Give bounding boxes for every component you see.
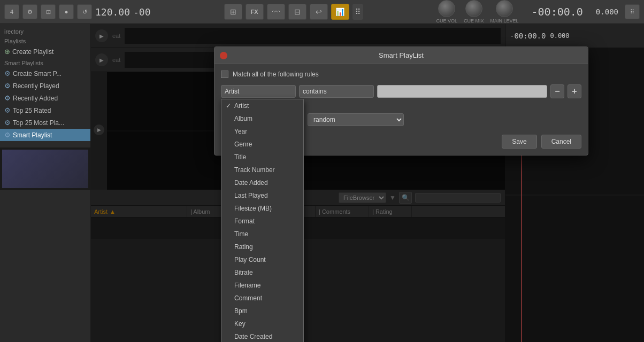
dropdown-time[interactable]: Time — [221, 228, 303, 240]
right-time-ms: 0.000 — [550, 32, 569, 40]
smart-playlist-label: Smart Playlist — [13, 131, 52, 139]
time-ms: 0.000 — [596, 7, 618, 16]
dropdown-title[interactable]: Title — [221, 151, 303, 164]
dialog-overlay: Smart PlayList Match all of the followin… — [91, 24, 505, 342]
add-rule-btn[interactable]: + — [568, 84, 581, 98]
field-select[interactable]: Artist — [221, 85, 296, 98]
remove-rule-btn[interactable]: − — [550, 84, 564, 98]
field-select-wrapper: Artist Artist Album Year Genre Title Tra… — [221, 85, 296, 98]
recently-played-label: Recently Played — [13, 82, 59, 90]
top25-rated-label: Top 25 Rated — [13, 107, 51, 114]
directory-label: irectory — [0, 26, 90, 36]
crop-btn[interactable]: ⊡ — [41, 4, 56, 19]
top25-rated-icon: ⚙ — [4, 106, 11, 114]
condition-select[interactable]: contains — [299, 85, 374, 98]
dropdown-last-played[interactable]: Last Played — [221, 189, 303, 202]
dropdown-bitrate[interactable]: Bitrate — [221, 266, 303, 279]
recently-played-icon: ⚙ — [4, 82, 11, 90]
dropdown-key[interactable]: Key — [221, 317, 303, 330]
dialog-close-btn[interactable] — [220, 52, 227, 59]
smart-playlist-icon: ⚙ — [4, 131, 11, 139]
cue-mix-label: CUE MIX — [464, 18, 484, 24]
sidebar-item-smart-playlist[interactable]: ⚙ Smart Playlist — [0, 129, 90, 141]
main-area: irectory Playlists ⊕ Create Playlist Sma… — [0, 24, 644, 342]
sidebar-item-recently-played[interactable]: ⚙ Recently Played — [0, 80, 90, 92]
circle-btn[interactable]: ● — [59, 4, 74, 19]
match-label: Match all of the following rules — [233, 71, 319, 78]
dropdown-date-added[interactable]: Date Added — [221, 176, 303, 189]
main-time-display: -00:00.0 — [525, 5, 589, 18]
right-top-bar: -00:00.0 0.000 — [505, 24, 644, 48]
sidebar: irectory Playlists ⊕ Create Playlist Sma… — [0, 24, 91, 342]
wave-icon-btn[interactable]: 〰 — [267, 4, 285, 20]
artwork-image — [2, 150, 88, 188]
dialog-title: Smart PlayList — [379, 51, 424, 59]
dropdown-year[interactable]: Year — [221, 125, 303, 138]
cue-vol-label: CUE VOL — [436, 18, 457, 24]
bpm-display: 120.00 — [95, 6, 130, 18]
smart-playlist-dialog: Smart PlayList Match all of the followin… — [214, 46, 588, 156]
create-playlist-icon: ⊕ — [4, 48, 10, 56]
dropdown-bpm[interactable]: Bpm — [221, 305, 303, 317]
dropdown-date-created[interactable]: Date Created — [221, 330, 303, 342]
dots-btn[interactable]: ⠿ — [625, 4, 640, 19]
extra-icon-btn[interactable]: ⠿ — [352, 4, 363, 20]
smart-playlists-section-label: Smart Playlists — [0, 58, 90, 67]
sidebar-item-create-smart[interactable]: ⚙ Create Smart P... — [0, 67, 90, 80]
track-num-btn[interactable]: 4 — [4, 4, 19, 19]
cancel-button[interactable]: Cancel — [541, 135, 581, 149]
dropdown-artist[interactable]: Artist — [221, 99, 303, 112]
create-smart-label: Create Smart P... — [13, 70, 62, 77]
dialog-title-bar: Smart PlayList — [214, 47, 588, 64]
cue-mix-knob[interactable] — [465, 0, 482, 17]
back-icon-btn[interactable]: ↩ — [310, 4, 328, 20]
refresh-btn[interactable]: ↺ — [77, 4, 92, 19]
dropdown-filesize[interactable]: Filesize (MB) — [221, 202, 303, 215]
match-row: Match all of the following rules — [221, 71, 581, 78]
sidebar-item-top25-rated[interactable]: ⚙ Top 25 Rated — [0, 104, 90, 116]
main-level-label: MAIN LEVEL — [490, 18, 518, 24]
dropdown-play-count[interactable]: Play Count — [221, 253, 303, 266]
content-area: ▶ eat ▶ eat ▶ FileBro — [91, 24, 505, 342]
dropdown-comment[interactable]: Comment — [221, 292, 303, 305]
dropdown-genre[interactable]: Genre — [221, 138, 303, 151]
top25-most-label: Top 25 Most Pla... — [13, 119, 64, 127]
main-level-knob[interactable] — [496, 0, 513, 17]
create-smart-icon: ⚙ — [4, 69, 11, 77]
grid2-icon-btn[interactable]: ⊟ — [288, 4, 306, 20]
rule-value-input[interactable] — [377, 85, 547, 98]
sort-select[interactable]: random — [308, 113, 404, 126]
cue-mix-group: CUE MIX — [464, 0, 484, 24]
dropdown-rating[interactable]: Rating — [221, 240, 303, 253]
rule-row: Artist Artist Album Year Genre Title Tra… — [221, 84, 581, 98]
toolbar-right: CUE VOL CUE MIX MAIN LEVEL -00:00.0 0.00… — [436, 0, 640, 24]
settings-btn[interactable]: ⚙ — [22, 4, 37, 19]
top25-most-icon: ⚙ — [4, 119, 11, 127]
artwork-area — [0, 147, 90, 190]
toolbar-center: ⊞ FX 〰 ⊟ ↩ 📊 ⠿ — [154, 4, 433, 20]
chart-icon-btn[interactable]: 📊 — [331, 4, 349, 20]
track-number: 4 — [10, 9, 13, 15]
time-short: -00 — [133, 6, 151, 18]
sidebar-item-top25-most[interactable]: ⚙ Top 25 Most Pla... — [0, 116, 90, 129]
playlists-section-label: Playlists — [0, 36, 90, 45]
create-playlist-label: Create Playlist — [12, 48, 53, 56]
sidebar-item-create-playlist[interactable]: ⊕ Create Playlist — [0, 45, 90, 58]
main-level-group: MAIN LEVEL — [490, 0, 518, 24]
sidebar-item-recently-added[interactable]: ⚙ Recently Added — [0, 92, 90, 104]
fx-icon-btn[interactable]: FX — [246, 4, 264, 20]
field-dropdown-menu: Artist Album Year Genre Title Track Numb… — [221, 99, 304, 342]
dialog-body: Match all of the following rules Artist … — [214, 64, 588, 109]
dropdown-filename[interactable]: Filename — [221, 279, 303, 292]
dropdown-format[interactable]: Format — [221, 215, 303, 228]
cue-vol-knob[interactable] — [438, 0, 455, 17]
match-checkbox[interactable] — [221, 71, 228, 78]
recently-added-icon: ⚙ — [4, 94, 11, 102]
dropdown-album[interactable]: Album — [221, 112, 303, 125]
top-toolbar: 4 ⚙ ⊡ ● ↺ 120.00 -00 ⊞ FX 〰 ⊟ ↩ 📊 ⠿ CUE … — [0, 0, 644, 24]
dropdown-track-number[interactable]: Track Number — [221, 164, 303, 176]
cue-vol-group: CUE VOL — [436, 0, 457, 24]
right-time-display: -00:00.0 — [510, 32, 546, 40]
save-button[interactable]: Save — [502, 135, 536, 149]
grid-icon-btn[interactable]: ⊞ — [224, 4, 242, 20]
